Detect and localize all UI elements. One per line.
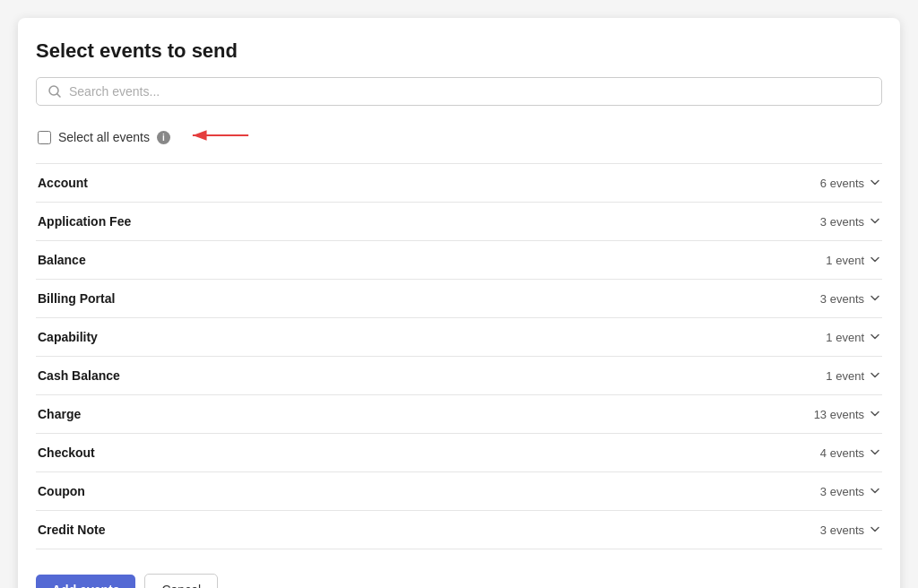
- chevron-down-icon: [870, 523, 880, 537]
- event-row[interactable]: Billing Portal3 events: [36, 280, 882, 318]
- event-right: 13 events: [814, 408, 880, 421]
- event-row[interactable]: Account6 events: [36, 164, 882, 203]
- chevron-down-icon: [870, 292, 880, 306]
- event-count: 3 events: [820, 485, 864, 498]
- event-count: 3 events: [820, 292, 864, 306]
- event-count: 13 events: [814, 408, 864, 421]
- chevron-down-icon: [870, 177, 880, 190]
- event-name: Application Fee: [38, 214, 131, 229]
- select-all-row: Select all events i: [36, 118, 882, 156]
- chevron-down-icon: [870, 485, 880, 498]
- event-count: 4 events: [820, 446, 864, 460]
- chevron-down-icon: [870, 446, 880, 460]
- search-wrapper: [36, 77, 882, 106]
- event-row[interactable]: Charge13 events: [36, 395, 882, 434]
- event-right: 1 event: [826, 331, 880, 344]
- event-count: 1 event: [826, 254, 864, 267]
- event-count: 6 events: [820, 177, 864, 190]
- event-row[interactable]: Capability1 event: [36, 318, 882, 357]
- cancel-button[interactable]: Cancel: [144, 574, 218, 588]
- event-right: 1 event: [826, 254, 880, 267]
- event-row[interactable]: Cash Balance1 event: [36, 357, 882, 395]
- chevron-down-icon: [870, 408, 880, 421]
- events-list: Account6 eventsApplication Fee3 eventsBa…: [36, 163, 882, 558]
- search-input[interactable]: [69, 84, 870, 99]
- modal-container: Select events to send Select all events …: [18, 18, 900, 588]
- event-name: Checkout: [38, 445, 95, 460]
- select-all-checkbox[interactable]: [38, 131, 51, 144]
- event-right: 3 events: [820, 523, 880, 537]
- search-icon: [48, 84, 62, 99]
- event-row[interactable]: Application Fee3 events: [36, 203, 882, 241]
- event-right: 3 events: [820, 292, 880, 306]
- chevron-down-icon: [870, 254, 880, 267]
- event-row[interactable]: Coupon3 events: [36, 472, 882, 511]
- footer-actions: Add events Cancel: [36, 574, 882, 588]
- svg-line-1: [57, 94, 61, 98]
- page-title: Select events to send: [36, 39, 882, 63]
- event-row[interactable]: Checkout4 events: [36, 434, 882, 472]
- event-right: 3 events: [820, 485, 880, 498]
- event-right: 3 events: [820, 215, 880, 229]
- chevron-down-icon: [870, 331, 880, 344]
- event-count: 3 events: [820, 523, 864, 537]
- event-name: Account: [38, 176, 88, 190]
- event-name: Cash Balance: [38, 368, 120, 383]
- chevron-down-icon: [870, 369, 880, 383]
- event-right: 6 events: [820, 177, 880, 190]
- event-count: 1 event: [826, 369, 864, 383]
- event-name: Capability: [38, 330, 98, 344]
- arrow-annotation: [185, 125, 256, 149]
- event-name: Balance: [38, 253, 86, 267]
- event-name: Credit Note: [38, 523, 105, 537]
- event-name: Charge: [38, 407, 81, 421]
- chevron-down-icon: [870, 215, 880, 229]
- event-count: 1 event: [826, 331, 864, 344]
- select-all-label[interactable]: Select all events: [58, 130, 150, 144]
- event-name: Coupon: [38, 484, 85, 498]
- event-right: 1 event: [826, 369, 880, 383]
- event-row[interactable]: Customer19 events: [36, 549, 882, 558]
- event-right: 4 events: [820, 446, 880, 460]
- info-icon: i: [157, 131, 170, 144]
- event-row[interactable]: Credit Note3 events: [36, 511, 882, 549]
- event-count: 3 events: [820, 215, 864, 229]
- add-events-button[interactable]: Add events: [36, 575, 135, 588]
- event-name: Billing Portal: [38, 291, 115, 306]
- event-row[interactable]: Balance1 event: [36, 241, 882, 280]
